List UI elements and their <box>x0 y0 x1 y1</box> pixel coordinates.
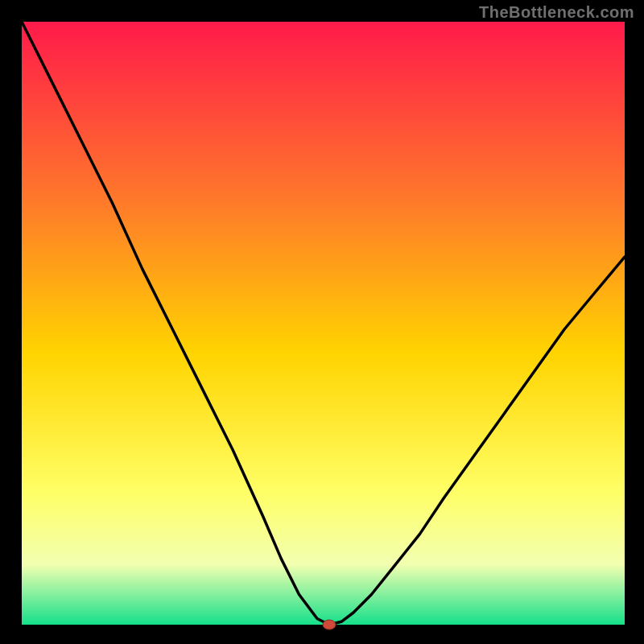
watermark-text: TheBottleneck.com <box>479 3 634 22</box>
plot-area <box>22 22 625 625</box>
optimum-marker <box>323 620 336 630</box>
chart-stage: TheBottleneck.com <box>0 0 644 644</box>
chart-svg <box>0 0 644 644</box>
